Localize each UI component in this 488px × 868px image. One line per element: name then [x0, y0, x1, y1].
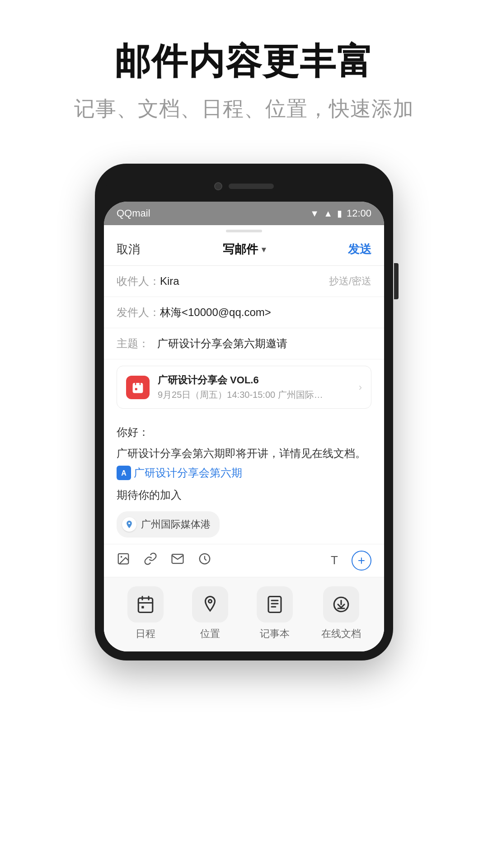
svg-point-8: [121, 556, 122, 558]
image-toolbar-button[interactable]: [117, 552, 130, 569]
calendar-info: 广研设计分享会 VOL.6 9月25日（周五）14:30-15:00 广州国际…: [158, 373, 351, 401]
body-main-text: 广研设计分享会第六期即将开讲，详情见在线文档。 A 广研设计分享会第六期: [117, 444, 371, 482]
location-action-label: 位置: [200, 627, 220, 641]
wifi-icon: ▼: [310, 208, 319, 219]
phone-notch: [104, 173, 384, 200]
compose-title-label: 写邮件: [223, 241, 258, 257]
battery-icon: ▮: [337, 208, 342, 219]
action-doc[interactable]: 在线文档: [321, 586, 361, 641]
svg-rect-12: [141, 606, 144, 608]
email-toolbar-button[interactable]: [171, 552, 184, 569]
notes-action-label: 记事本: [260, 627, 290, 641]
chevron-down-icon[interactable]: ▾: [262, 245, 266, 255]
email-compose: 取消 写邮件 ▾ 发送 收件人： Kira 抄送/密送 发件人： 林海<10: [104, 232, 384, 651]
send-button[interactable]: 发送: [348, 241, 371, 257]
doc-link-text[interactable]: 广研设计分享会第六期: [134, 464, 242, 482]
notes-action-icon-wrap: [257, 586, 293, 623]
status-bar: QQmail ▼ ▲ ▮ 12:00: [104, 202, 384, 225]
link-toolbar-button[interactable]: [144, 552, 157, 569]
compose-header: 取消 写邮件 ▾ 发送: [104, 232, 384, 266]
email-body[interactable]: 你好： 广研设计分享会第六期即将开讲，详情见在线文档。 A 广研设计分享会第六期…: [104, 415, 384, 544]
location-icon-wrap: [122, 517, 136, 532]
calendar-event-title: 广研设计分享会 VOL.6: [158, 373, 351, 387]
body-expect-text: 期待你的加入: [117, 486, 371, 505]
phone-screen: QQmail ▼ ▲ ▮ 12:00 取消 写邮件 ▾: [104, 202, 384, 651]
calendar-arrow-icon: ›: [359, 382, 362, 393]
from-label: 发件人：: [117, 305, 160, 320]
doc-link-container[interactable]: A 广研设计分享会第六期: [117, 464, 242, 482]
page-subtitle: 记事、文档、日程、位置，快速添加: [27, 95, 461, 123]
svg-point-6: [128, 522, 130, 524]
location-action-icon: [201, 595, 220, 614]
text-format-button[interactable]: T: [331, 553, 338, 567]
plus-icon: +: [358, 553, 365, 568]
side-button: [394, 263, 399, 299]
clock-toolbar-button[interactable]: [198, 552, 211, 569]
cc-bcc-button[interactable]: 抄送/密送: [329, 274, 371, 288]
cancel-button[interactable]: 取消: [117, 241, 140, 257]
bottom-actions-bar: 日程 位置: [104, 577, 384, 651]
calendar-svg: [131, 381, 145, 394]
calendar-attachment[interactable]: 广研设计分享会 VOL.6 9月25日（周五）14:30-15:00 广州国际……: [117, 366, 371, 409]
body-greeting: 你好：: [117, 423, 371, 442]
phone-mockup: QQmail ▼ ▲ ▮ 12:00 取消 写邮件 ▾: [95, 164, 393, 660]
subject-field: 主题： 广研设计分享会第六期邀请: [104, 328, 384, 359]
calendar-action-icon: [136, 595, 155, 614]
to-value[interactable]: Kira: [160, 275, 329, 288]
page-header: 邮件内容更丰富 记事、文档、日程、位置，快速添加: [0, 0, 488, 137]
status-icons: ▼ ▲ ▮ 12:00: [310, 208, 371, 219]
from-value[interactable]: 林海<10000@qq.com>: [160, 305, 371, 320]
location-chip[interactable]: 广州国际媒体港: [117, 511, 220, 537]
compose-title: 写邮件 ▾: [223, 241, 266, 257]
notes-action-icon: [265, 595, 284, 614]
action-location[interactable]: 位置: [192, 586, 228, 641]
doc-action-icon: [332, 595, 351, 614]
to-field: 收件人： Kira 抄送/密送: [104, 266, 384, 297]
doc-action-label: 在线文档: [321, 627, 361, 641]
to-label: 收件人：: [117, 274, 160, 288]
subject-value[interactable]: 广研设计分享会第六期邀请: [157, 336, 371, 351]
calendar-action-icon-wrap: [127, 586, 164, 623]
subject-label: 主题：: [117, 336, 157, 351]
compose-toolbar: T +: [104, 544, 384, 577]
doc-action-icon-wrap: [323, 586, 359, 623]
signal-icon: ▲: [324, 208, 333, 219]
doc-icon: A: [117, 466, 131, 480]
from-field: 发件人： 林海<10000@qq.com>: [104, 297, 384, 328]
status-app-name: QQmail: [117, 208, 150, 219]
action-calendar[interactable]: 日程: [127, 586, 164, 641]
status-time: 12:00: [347, 208, 371, 219]
svg-rect-11: [138, 598, 153, 613]
calendar-icon: [126, 376, 150, 399]
location-text: 广州国际媒体港: [141, 516, 211, 533]
plus-toolbar-button[interactable]: +: [352, 551, 371, 571]
action-notes[interactable]: 记事本: [257, 586, 293, 641]
svg-rect-14: [268, 596, 281, 612]
page-title: 邮件内容更丰富: [27, 41, 461, 82]
location-pin-icon: [125, 520, 134, 529]
front-camera: [214, 182, 222, 190]
location-action-icon-wrap: [192, 586, 228, 623]
body-text-part: 广研设计分享会第六期即将开讲，详情见在线文档。: [117, 447, 366, 459]
speaker-grille: [229, 184, 274, 189]
svg-rect-5: [135, 388, 137, 390]
calendar-action-label: 日程: [136, 627, 155, 641]
svg-point-13: [208, 599, 211, 603]
calendar-event-detail: 9月25日（周五）14:30-15:00 广州国际…: [158, 389, 351, 401]
